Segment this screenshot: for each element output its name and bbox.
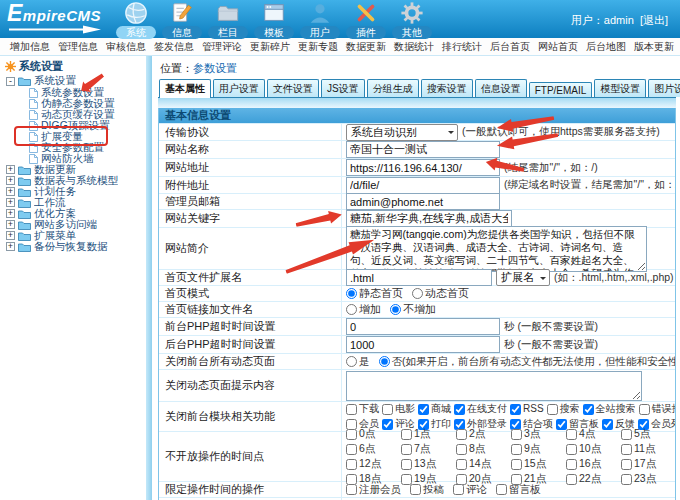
tab[interactable]: 文件设置 <box>267 79 319 97</box>
checkbox-input[interactable] <box>401 429 412 440</box>
hour-checkbox[interactable]: 2点 <box>456 427 506 441</box>
checkbox-input[interactable] <box>346 484 357 495</box>
hour-checkbox[interactable]: 1点 <box>401 427 451 441</box>
sidebar-folder-item[interactable]: 备份与恢复数据 <box>6 241 146 252</box>
hour-checkbox[interactable]: 6点 <box>346 442 396 456</box>
expand-icon[interactable] <box>6 220 15 229</box>
hour-checkbox[interactable]: 9点 <box>511 442 561 456</box>
close-tip-textarea[interactable] <box>346 371 642 401</box>
hour-checkbox[interactable]: 5点 <box>621 427 671 441</box>
radio-input[interactable] <box>390 304 401 315</box>
tab[interactable]: 信息设置 <box>475 79 527 97</box>
subnav-link[interactable]: 更新专题 <box>298 40 338 54</box>
site-url-input[interactable] <box>346 159 500 176</box>
hour-checkbox[interactable]: 4点 <box>566 427 616 441</box>
sidebar-folder-item[interactable]: 工作流 <box>6 197 146 208</box>
index-ext-input[interactable] <box>346 269 492 286</box>
hour-checkbox[interactable]: 8点 <box>456 442 506 456</box>
breadcrumb-link[interactable]: 参数设置 <box>193 62 237 74</box>
subnav-link[interactable]: 后台首页 <box>490 40 530 54</box>
expand-icon[interactable] <box>6 198 15 207</box>
checkbox-input[interactable] <box>511 429 522 440</box>
intro-textarea[interactable]: 糖茄学习网(tangqie.com)为您提供各类国学知识，包括但不限于汉语字典、… <box>346 226 647 272</box>
checkbox-input[interactable] <box>566 429 577 440</box>
limit-op-checkbox[interactable]: 评论 <box>453 483 487 497</box>
module-checkbox[interactable]: 下载 <box>346 402 379 416</box>
limit-op-checkbox[interactable]: 投稿 <box>410 483 444 497</box>
subnav-link[interactable]: 管理信息 <box>58 40 98 54</box>
radio-input[interactable] <box>346 288 357 299</box>
subnav-link[interactable]: 版本更新 <box>634 40 674 54</box>
module-checkbox[interactable]: 错误报告 <box>639 402 675 416</box>
protocol-select[interactable]: 系统自动识别 <box>346 124 458 141</box>
module-checkbox[interactable]: 全站搜索 <box>583 402 636 416</box>
expand-icon[interactable] <box>6 187 15 196</box>
checkbox-input[interactable] <box>496 484 507 495</box>
hour-checkbox[interactable]: 13点 <box>401 457 451 471</box>
subnav-link[interactable]: 数据更新 <box>346 40 386 54</box>
topnav-item-column[interactable]: 栏目 <box>205 0 251 39</box>
radio-option[interactable]: 静态首页 <box>346 286 403 301</box>
module-checkbox[interactable]: 搜索 <box>547 402 580 416</box>
tab[interactable]: JS设置 <box>321 79 365 97</box>
radio-input[interactable] <box>379 356 390 367</box>
checkbox-input[interactable] <box>401 444 412 455</box>
subnav-link[interactable]: 签发信息 <box>154 40 194 54</box>
tab[interactable]: 图片设置 <box>648 79 680 97</box>
topnav-item-plugin[interactable]: 插件 <box>343 0 389 39</box>
expand-icon[interactable] <box>6 209 15 218</box>
collapse-icon[interactable] <box>6 77 15 86</box>
checkbox-input[interactable] <box>511 459 522 470</box>
subnav-link[interactable]: 后台地图 <box>586 40 626 54</box>
radio-option[interactable]: 是 <box>346 355 370 369</box>
hour-checkbox[interactable]: 16点 <box>566 457 616 471</box>
site-name-input[interactable] <box>346 141 500 158</box>
radio-option[interactable]: 增加 <box>346 302 381 317</box>
checkbox-input[interactable] <box>566 444 577 455</box>
expand-icon[interactable] <box>6 176 15 185</box>
checkbox-input[interactable] <box>583 404 594 415</box>
checkbox-input[interactable] <box>346 459 357 470</box>
checkbox-input[interactable] <box>410 484 421 495</box>
hour-checkbox[interactable]: 17点 <box>621 457 671 471</box>
topnav-item-info[interactable]: 信息 <box>159 0 205 39</box>
module-checkbox[interactable]: 在线支付 <box>454 402 507 416</box>
hour-checkbox[interactable]: 11点 <box>621 442 671 456</box>
checkbox-input[interactable] <box>510 404 521 415</box>
checkbox-input[interactable] <box>346 429 357 440</box>
subnav-link[interactable]: 排行统计 <box>442 40 482 54</box>
limit-op-checkbox[interactable]: 注册会员 <box>346 483 401 497</box>
module-checkbox[interactable]: 商城 <box>418 402 451 416</box>
sidebar-folder-item[interactable]: 计划任务 <box>6 186 146 197</box>
checkbox-input[interactable] <box>547 404 558 415</box>
hour-checkbox[interactable]: 14点 <box>456 457 506 471</box>
hour-checkbox[interactable]: 7点 <box>401 442 451 456</box>
hour-checkbox[interactable]: 15点 <box>511 457 561 471</box>
topnav-item-user[interactable]: 用户 <box>297 0 343 39</box>
subnav-link[interactable]: 数据统计 <box>394 40 434 54</box>
subnav-link[interactable]: 管理评论 <box>202 40 242 54</box>
front-timeout-input[interactable] <box>346 318 500 335</box>
radio-input[interactable] <box>412 288 423 299</box>
hour-checkbox[interactable]: 10点 <box>566 442 616 456</box>
hour-checkbox[interactable]: 3点 <box>511 427 561 441</box>
checkbox-input[interactable] <box>382 404 393 415</box>
sidebar-folder-item[interactable]: 数据表与系统模型 <box>6 175 146 186</box>
subnav-link[interactable]: 更新碎片 <box>250 40 290 54</box>
module-checkbox[interactable]: 电影 <box>382 402 415 416</box>
checkbox-input[interactable] <box>346 444 357 455</box>
subnav-link[interactable]: 审核信息 <box>106 40 146 54</box>
hour-checkbox[interactable]: 12点 <box>346 457 396 471</box>
topnav-item-template[interactable]: 模板 <box>251 0 297 39</box>
attach-url-input[interactable] <box>346 177 500 194</box>
radio-option[interactable]: 动态首页 <box>412 286 469 301</box>
ext-select[interactable]: 扩展名 <box>496 269 550 286</box>
checkbox-input[interactable] <box>453 484 464 495</box>
radio-option[interactable]: 否(如果开启，前台所有动态文件都无法使用，但性能和安全性最高) <box>379 355 676 369</box>
topnav-item-system[interactable]: 系统 <box>113 0 159 39</box>
sidebar-folder-item[interactable]: 网站多访问端 <box>6 219 146 230</box>
topnav-item-other[interactable]: 其他 <box>389 0 435 39</box>
module-checkbox[interactable]: RSS <box>510 402 544 416</box>
radio-option[interactable]: 不增加 <box>390 302 436 317</box>
expand-icon[interactable] <box>6 165 15 174</box>
